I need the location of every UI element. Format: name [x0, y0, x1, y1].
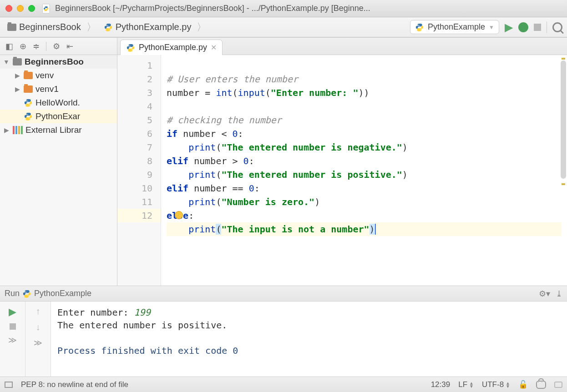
collapse-icon[interactable]: ▶ [3, 126, 10, 134]
tree-item-venv[interactable]: ▶ venv [0, 69, 117, 82]
collapse-target-icon[interactable]: ⊕ [20, 41, 26, 51]
editor-tab-bar: PythonExample.py ✕ [117, 38, 567, 55]
tree-item-pythonexample[interactable]: PythonExar [0, 110, 117, 123]
collapse-icon[interactable]: ▶ [14, 85, 21, 93]
collapse-icon[interactable]: ⇤ [66, 41, 73, 51]
gear-icon[interactable]: ⚙ [53, 41, 60, 51]
python-file-icon [104, 23, 113, 32]
folder-icon [24, 72, 33, 79]
editor-tab-pythonexample[interactable]: PythonExample.py ✕ [120, 40, 223, 55]
breadcrumb-project[interactable]: BeginnersBook 〉 [5, 20, 99, 35]
line-number: 1 [117, 59, 152, 72]
more-nav-icon[interactable]: ≫ [34, 338, 42, 348]
line-number: 11 [117, 195, 152, 209]
tool-windows-icon[interactable] [5, 382, 13, 388]
tree-external-libraries[interactable]: ▶ External Librar [0, 123, 117, 137]
close-window-button[interactable] [5, 5, 12, 12]
debug-button[interactable] [518, 22, 528, 32]
run-tool-header: Run PythonExample ⚙▾ ⤓ [0, 286, 567, 302]
python-icon [22, 289, 31, 298]
stop-process-button[interactable] [10, 323, 16, 330]
gear-icon[interactable]: ⚙▾ [539, 289, 550, 299]
collapse-icon[interactable]: ▶ [14, 72, 21, 79]
divide-icon[interactable]: ≑ [33, 41, 40, 51]
rerun-button[interactable]: ▶ [9, 306, 16, 318]
editor-tab-label: PythonExample.py [139, 43, 207, 52]
console-output[interactable]: Enter number: 199 The entered number is … [51, 302, 567, 377]
line-number: 6 [117, 127, 152, 141]
tree-item-venv1[interactable]: ▶ venv1 [0, 82, 117, 96]
status-bar: PEP 8: no newline at end of file 12:39 L… [0, 377, 567, 392]
chevron-down-icon: ▼ [489, 24, 494, 30]
separator [547, 21, 547, 33]
search-everywhere-button[interactable] [552, 22, 562, 32]
run-button[interactable]: ▶ [505, 21, 513, 34]
zoom-window-button[interactable] [28, 5, 35, 12]
down-arrow-icon[interactable]: ↓ [36, 322, 40, 332]
line-separator-selector[interactable]: LF▲▼ [458, 380, 474, 389]
run-tab-prefix: Run [5, 289, 20, 298]
chevron-right-icon: 〉 [86, 20, 96, 34]
tree-item-helloworld[interactable]: HelloWorld. [0, 96, 117, 110]
download-icon[interactable]: ⤓ [556, 289, 562, 299]
tree-item-label: PythonExar [35, 111, 80, 121]
svg-rect-0 [42, 4, 50, 13]
line-number: 3 [117, 86, 152, 100]
folder-icon [7, 24, 16, 31]
console-input-value: 199 [134, 307, 151, 318]
run-tool-window: Run PythonExample ⚙▾ ⤓ ▶ ≫ ↑ ↓ ≫ Enter n… [0, 286, 567, 377]
breadcrumb-file-label: PythonExample.py [116, 22, 192, 32]
breadcrumb-file[interactable]: PythonExample.py 〉 [101, 20, 210, 35]
tree-root[interactable]: ▼ BeginnersBoo [0, 55, 117, 69]
folder-icon [13, 58, 22, 65]
main-content: ◧ ⊕ ≑ ⚙ ⇤ ▼ BeginnersBoo ▶ venv ▶ venv1 [0, 37, 567, 286]
line-number: 12 [117, 209, 161, 222]
line-number: 10 [117, 181, 152, 195]
memory-indicator-icon[interactable] [554, 382, 562, 388]
macos-titlebar: BeginnersBook [~/PycharmProjects/Beginne… [0, 0, 567, 17]
run-configuration-selector[interactable]: PythonExample ▼ [410, 20, 499, 34]
more-actions-icon[interactable]: ≫ [8, 335, 17, 345]
python-icon [415, 23, 424, 32]
tree-item-label: External Librar [25, 125, 82, 135]
line-number-gutter[interactable]: 1 2 3 4 5 6 7 8 9 10 11 12 [117, 55, 161, 286]
run-actions: ▶ ≫ [0, 302, 25, 377]
expand-icon[interactable]: ▼ [3, 58, 10, 65]
stop-button[interactable] [534, 24, 541, 31]
project-toolbar: ◧ ⊕ ≑ ⚙ ⇤ [0, 38, 117, 55]
line-number: 2 [117, 72, 152, 86]
close-tab-icon[interactable]: ✕ [211, 43, 217, 52]
inspection-hector-icon[interactable] [536, 381, 546, 389]
console-prompt: Enter number: [57, 307, 134, 318]
readonly-lock-icon[interactable]: 🔓 [518, 380, 528, 389]
console-exit-line: Process finished with exit code 0 [57, 344, 561, 357]
window-controls [5, 5, 35, 12]
tree-root-label: BeginnersBoo [25, 57, 84, 67]
window-file-icon [41, 3, 51, 15]
run-config-label: PythonExample [428, 22, 485, 32]
up-arrow-icon[interactable]: ↑ [36, 306, 40, 317]
line-number: 7 [117, 141, 152, 154]
scroll-to-source-icon[interactable]: ◧ [5, 41, 13, 51]
tree-item-label: venv [35, 70, 54, 80]
line-number: 9 [117, 168, 152, 181]
chevron-right-icon: 〉 [197, 20, 207, 34]
editor-scrollbar[interactable] [561, 56, 566, 286]
intention-bulb-icon[interactable] [175, 211, 183, 219]
run-tab-label: PythonExample [34, 289, 91, 298]
folder-icon [24, 85, 33, 93]
navigation-bar: BeginnersBook 〉 PythonExample.py 〉 Pytho… [0, 17, 567, 37]
code-editor[interactable]: 1 2 3 4 5 6 7 8 9 10 11 12 # User enters… [117, 55, 567, 286]
window-title: BeginnersBook [~/PycharmProjects/Beginne… [55, 4, 370, 13]
console-nav: ↑ ↓ ≫ [25, 302, 51, 377]
breadcrumb: BeginnersBook 〉 PythonExample.py 〉 [5, 20, 209, 35]
status-message: PEP 8: no newline at end of file [21, 380, 128, 389]
code-content[interactable]: # User enters the numbernumber = int(inp… [161, 55, 567, 286]
separator [46, 42, 46, 51]
caret-position[interactable]: 12:39 [431, 380, 451, 389]
tree-item-label: venv1 [35, 84, 59, 94]
project-tree[interactable]: ▼ BeginnersBoo ▶ venv ▶ venv1 HelloWorld… [0, 55, 117, 286]
encoding-selector[interactable]: UTF-8▲▼ [482, 380, 510, 389]
python-file-icon [126, 43, 135, 52]
minimize-window-button[interactable] [17, 5, 24, 12]
